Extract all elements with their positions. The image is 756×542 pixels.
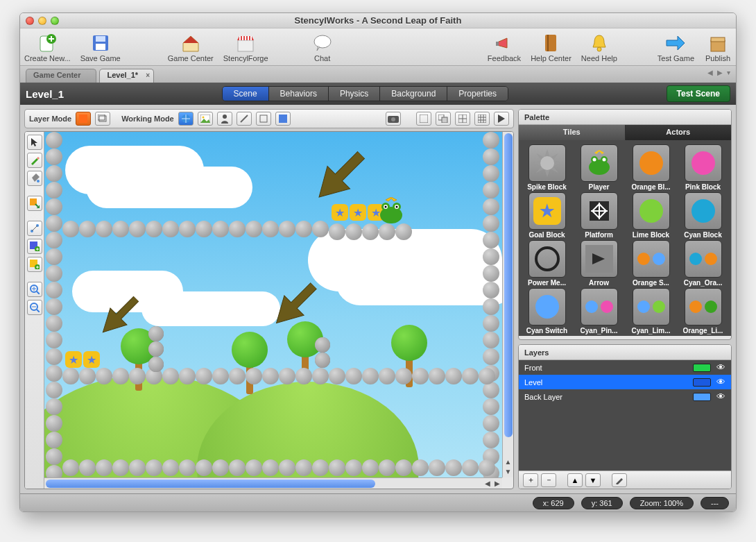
layer-down-button[interactable]: ▼ [585, 473, 601, 487]
scene-canvas[interactable] [44, 132, 502, 477]
view-split-button[interactable] [436, 112, 451, 126]
box-add-tool[interactable] [27, 239, 42, 254]
scene-tab-scene[interactable]: Scene [223, 87, 269, 101]
gray-ball [379, 459, 395, 476]
tab-next-icon[interactable]: ▶ [717, 69, 723, 76]
game-center-button[interactable]: Game Center [168, 32, 214, 62]
layer-up-button[interactable]: ▲ [567, 473, 583, 487]
palette-tab-actors[interactable]: Actors [626, 125, 732, 140]
layer-remove-button[interactable]: － [541, 473, 556, 487]
palette-item[interactable]: Platform [574, 192, 624, 239]
scroll-left-icon[interactable]: ◀ [483, 480, 492, 487]
grid9-icon [478, 115, 486, 123]
test-scene-button[interactable]: Test Scene [667, 85, 730, 102]
select-tool[interactable] [27, 135, 42, 150]
scroll-down-icon[interactable]: ▼ [505, 468, 512, 477]
palette-item[interactable]: Player [574, 144, 624, 191]
layer-row[interactable]: Front👁 [519, 360, 731, 375]
zoom-in-tool[interactable] [27, 282, 42, 297]
view-grid9-button[interactable] [474, 112, 490, 126]
snapshot-button[interactable] [386, 112, 401, 126]
scrollbar-thumb[interactable] [504, 133, 513, 437]
eye-icon[interactable]: 👁 [716, 362, 725, 373]
stencylforge-button[interactable]: StencylForge [223, 32, 268, 62]
svg-point-6 [314, 35, 331, 48]
view-single-button[interactable] [416, 112, 431, 126]
pencil-icon [615, 476, 624, 484]
tab-prev-icon[interactable]: ◀ [707, 69, 713, 76]
create-new-button[interactable]: Create New... [24, 32, 71, 62]
tab-level-1[interactable]: Level_1*× [99, 69, 154, 83]
working-mode-image-button[interactable] [198, 112, 213, 126]
scene-tab-properties[interactable]: Properties [447, 87, 508, 101]
working-mode-region-button[interactable] [237, 112, 252, 126]
canvas-hscrollbar[interactable]: ◀▶ [44, 477, 502, 489]
palette-item[interactable]: Cyan_Ora... [678, 240, 728, 287]
scroll-up-icon[interactable]: ▲ [505, 458, 512, 468]
scroll-right-icon[interactable]: ▶ [492, 480, 502, 487]
palette-item[interactable]: Pink Block [678, 144, 728, 191]
save-game-button[interactable]: Save Game [80, 32, 121, 62]
view-grid4-button[interactable] [455, 112, 470, 126]
pencil-tool[interactable] [27, 153, 42, 168]
layer-row[interactable]: Back Layer👁 [519, 389, 731, 404]
poly-add-tool[interactable] [27, 257, 42, 272]
tab-menu-icon[interactable]: ▾ [727, 69, 730, 76]
working-mode-globe-button[interactable] [178, 112, 194, 126]
palette-item[interactable]: Orange_Li... [678, 288, 728, 334]
layer-edit-button[interactable] [612, 473, 627, 487]
app-window: StencylWorks - A Second Leap of Faith Cr… [19, 12, 737, 512]
test-game-button[interactable]: Test Game [658, 32, 694, 62]
box-plus-icon [30, 242, 40, 251]
palette-tab-tiles[interactable]: Tiles [519, 125, 626, 140]
scrollbar-thumb[interactable] [46, 480, 375, 488]
layer-mode-normal-button[interactable] [76, 112, 91, 126]
camera-icon [388, 115, 399, 123]
help-center-button[interactable]: Help Center [531, 32, 572, 62]
player-actor [377, 197, 405, 228]
palette-item[interactable]: Orange Bl... [626, 144, 676, 191]
canvas-vscrollbar[interactable]: ▲▼ [502, 132, 513, 477]
zoom-out-tool[interactable] [27, 300, 42, 315]
palette-item[interactable]: Cyan Block [678, 192, 728, 239]
play-preview-button[interactable] [494, 112, 509, 126]
play-arrow-icon [665, 35, 686, 51]
layer-add-button[interactable]: ＋ [523, 473, 538, 487]
scene-tab-behaviors[interactable]: Behaviors [269, 87, 329, 101]
working-mode-fill-button[interactable] [275, 112, 291, 126]
eye-icon[interactable]: 👁 [716, 377, 725, 387]
close-tab-icon[interactable]: × [146, 71, 150, 79]
line-tool[interactable] [27, 221, 42, 236]
scene-tab-background[interactable]: Background [380, 87, 447, 101]
layer-color-swatch [693, 393, 711, 401]
working-mode-terrain-button[interactable] [256, 112, 271, 126]
spike-block [315, 353, 330, 368]
need-help-button[interactable]: Need Help [581, 32, 617, 62]
palette-item-label: Orange Bl... [631, 183, 670, 191]
palette-item[interactable]: Lime Block [626, 192, 676, 239]
palette-item[interactable]: Arrow [574, 240, 624, 287]
layer-mode-stack-button[interactable] [95, 112, 110, 126]
palette-item[interactable]: Cyan_Pin... [574, 288, 624, 334]
publish-button[interactable]: Publish [704, 32, 732, 62]
titlebar[interactable]: StencylWorks - A Second Leap of Faith [20, 13, 736, 28]
gray-ball [483, 265, 499, 282]
palette-item[interactable]: ★Goal Block [522, 192, 572, 239]
tile-brush-tool[interactable] [27, 196, 42, 211]
working-mode-actor-button[interactable] [217, 112, 232, 126]
palette-item[interactable]: Spike Block [522, 144, 572, 191]
palette-item[interactable]: Orange S... [626, 240, 676, 287]
palette-item[interactable]: Cyan Switch [522, 288, 572, 334]
eye-icon[interactable]: 👁 [716, 391, 725, 402]
tab-game-center[interactable]: Game Center [26, 69, 96, 83]
bucket-tool[interactable] [27, 171, 42, 186]
layer-row[interactable]: Level👁 [519, 375, 731, 389]
zoom-out-icon [30, 303, 40, 312]
page-plus-icon [37, 33, 57, 53]
palette-item[interactable]: Cyan_Lim... [626, 288, 676, 334]
scene-tab-physics[interactable]: Physics [329, 87, 380, 101]
palette-item[interactable]: Power Me... [522, 240, 572, 287]
feedback-button[interactable]: Feedback [488, 32, 521, 62]
chat-button[interactable]: Chat [309, 32, 336, 62]
gray-ball [246, 459, 262, 476]
